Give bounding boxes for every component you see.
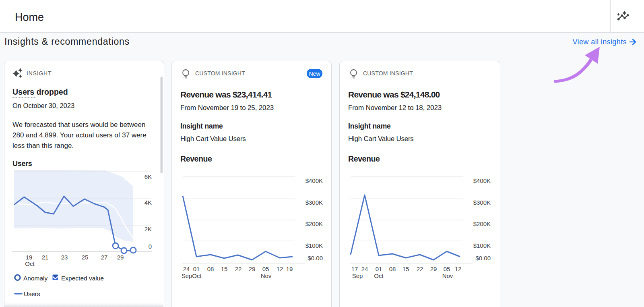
- svg-text:22: 22: [417, 266, 423, 272]
- svg-text:Oct: Oct: [374, 272, 384, 279]
- svg-text:19: 19: [286, 266, 293, 272]
- svg-text:05: 05: [262, 266, 269, 272]
- svg-text:05: 05: [444, 266, 450, 272]
- svg-text:$400K: $400K: [473, 177, 491, 184]
- svg-text:$0.00: $0.00: [308, 255, 323, 261]
- svg-text:23: 23: [61, 254, 68, 261]
- svg-text:29: 29: [430, 266, 437, 272]
- svg-text:Nov: Nov: [442, 272, 453, 279]
- svg-text:29: 29: [249, 266, 256, 272]
- svg-text:Sep: Sep: [352, 272, 363, 279]
- svg-text:2K: 2K: [144, 226, 152, 232]
- svg-text:15: 15: [221, 266, 228, 272]
- svg-text:6K: 6K: [144, 173, 152, 180]
- svg-text:CUSTOM INSIGHT: CUSTOM INSIGHT: [363, 70, 413, 77]
- svg-text:01: 01: [193, 266, 200, 272]
- svg-text:22: 22: [235, 266, 242, 272]
- svg-text:08: 08: [207, 266, 214, 272]
- svg-text:$200K: $200K: [305, 220, 323, 227]
- svg-text:0: 0: [149, 243, 152, 250]
- svg-text:Insights & recommendations: Insights & recommendations: [4, 36, 130, 47]
- svg-text:less than this range.: less than this range.: [12, 142, 74, 149]
- svg-text:$300K: $300K: [305, 199, 323, 206]
- svg-text:Anomaly: Anomaly: [23, 275, 48, 282]
- svg-text:$100K: $100K: [305, 242, 323, 249]
- svg-text:Revenue was $24,148.00: Revenue was $24,148.00: [348, 90, 440, 99]
- svg-text:4K: 4K: [144, 199, 152, 206]
- svg-text:12: 12: [455, 266, 462, 272]
- svg-text:12: 12: [277, 266, 283, 272]
- svg-text:$400K: $400K: [305, 177, 323, 184]
- svg-text:High Cart Value Users: High Cart Value Users: [348, 135, 414, 143]
- svg-text:280 and 4,899. Your actual use: 280 and 4,899. Your actual users of 37 w…: [12, 131, 147, 139]
- svg-text:Revenue: Revenue: [180, 154, 212, 163]
- svg-text:From November 19 to 25, 2023: From November 19 to 25, 2023: [180, 104, 274, 112]
- svg-text:CUSTOM INSIGHT: CUSTOM INSIGHT: [195, 70, 245, 77]
- svg-text:Users: Users: [12, 160, 32, 168]
- svg-text:$0.00: $0.00: [475, 255, 491, 261]
- svg-text:$200K: $200K: [473, 220, 491, 227]
- svg-text:Users: Users: [24, 290, 40, 297]
- svg-text:Insight name: Insight name: [348, 122, 391, 130]
- svg-text:On October 30, 2023: On October 30, 2023: [12, 102, 74, 109]
- svg-text:Oct: Oct: [192, 272, 202, 279]
- svg-text:08: 08: [389, 266, 396, 272]
- svg-text:Sep: Sep: [182, 272, 192, 279]
- svg-text:New: New: [309, 71, 320, 77]
- svg-text:24: 24: [361, 266, 368, 272]
- svg-text:17: 17: [351, 266, 358, 272]
- svg-text:From November 12 to 18, 2023: From November 12 to 18, 2023: [348, 104, 442, 112]
- svg-text:19: 19: [26, 254, 33, 261]
- svg-text:We forecasted that users would: We forecasted that users would be betwee…: [12, 121, 145, 129]
- svg-text:Nov: Nov: [261, 272, 272, 279]
- svg-text:Oct: Oct: [25, 260, 35, 267]
- svg-text:Revenue was $23,414.41: Revenue was $23,414.41: [180, 90, 272, 99]
- svg-text:15: 15: [402, 266, 409, 272]
- svg-text:01: 01: [376, 266, 382, 272]
- svg-text:21: 21: [42, 254, 49, 261]
- svg-text:View all insights: View all insights: [572, 38, 627, 46]
- svg-text:Expected value: Expected value: [61, 275, 104, 282]
- svg-text:29: 29: [117, 254, 124, 261]
- svg-text:High Cart Value Users: High Cart Value Users: [180, 135, 246, 143]
- svg-text:$300K: $300K: [473, 199, 491, 206]
- svg-text:Revenue: Revenue: [348, 154, 380, 163]
- svg-text:$100K: $100K: [473, 242, 491, 249]
- svg-text:27: 27: [101, 254, 108, 261]
- svg-text:Insight name: Insight name: [180, 122, 223, 130]
- svg-text:INSIGHT: INSIGHT: [27, 70, 52, 77]
- svg-text:Users dropped: Users dropped: [12, 87, 68, 96]
- svg-text:25: 25: [82, 254, 89, 261]
- svg-text:24: 24: [183, 266, 190, 272]
